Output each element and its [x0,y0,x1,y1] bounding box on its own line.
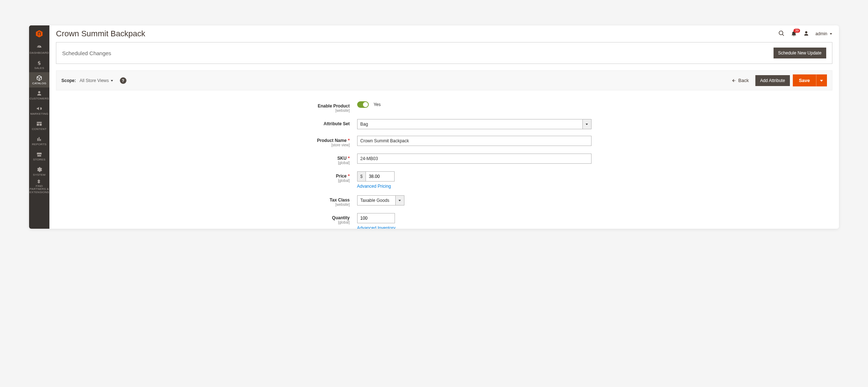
sidebar-item-label: CONTENT [31,128,47,131]
account-icon-button[interactable] [803,30,810,38]
arrow-left-icon [732,78,736,83]
add-attribute-button[interactable]: Add Attribute [755,75,790,86]
tax-class-select[interactable]: Taxable Goods [357,195,404,205]
caret-down-icon [829,32,832,35]
product-name-scope-hint: [store view] [263,143,350,147]
enable-product-value: Yes [374,102,381,107]
caret-down-icon [110,79,113,82]
caret-down-icon [585,123,588,126]
attribute-set-label: Attribute Set [324,121,350,126]
back-label: Back [738,78,749,83]
page-header: Crown Summit Backpack 39 admin [49,25,839,42]
advanced-pricing-link[interactable]: Advanced Pricing [357,184,391,189]
sidebar-item-reports[interactable]: REPORTS [29,133,49,148]
attribute-set-dropdown-button[interactable] [583,119,592,129]
field-tax-class: Tax Class [website] Taxable Goods [263,195,626,207]
content-area: Scheduled Changes Schedule New Update Sc… [49,42,839,229]
required-mark: * [348,156,350,161]
gear-icon [36,166,43,173]
field-product-name: Product Name* [store view] [263,136,626,147]
field-quantity: Quantity [global] Advanced Inventory [263,213,626,229]
bar-chart-icon [36,136,43,142]
tax-class-dropdown-button[interactable] [396,195,404,205]
magento-logo-icon [35,30,43,38]
field-attribute-set: Attribute Set Bag [263,119,626,129]
scope-action-bar: Scope: All Store Views ? Back Add Attrib… [56,70,832,90]
attribute-set-value: Bag [357,119,583,129]
sku-scope-hint: [global] [263,161,350,165]
price-scope-hint: [global] [263,179,350,183]
save-dropdown-button[interactable] [816,74,827,86]
notifications-button[interactable]: 39 [791,30,797,38]
quantity-input[interactable] [357,213,395,223]
field-enable-product: Enable Product [website] Yes [263,101,626,113]
product-name-input[interactable] [357,136,592,146]
price-label: Price [336,174,346,179]
sidebar-item-system[interactable]: SYSTEM [29,164,49,179]
back-button[interactable]: Back [728,76,752,85]
sidebar-item-label: SYSTEM [32,174,46,177]
header-actions: 39 admin [778,30,832,38]
enable-product-toggle[interactable] [357,101,369,108]
sidebar-item-label: DASHBOARD [29,52,49,55]
sidebar-item-label: CUSTOMERS [29,97,50,101]
attribute-set-select[interactable]: Bag [357,119,592,129]
caret-down-icon [820,79,823,82]
sidebar-item-marketing[interactable]: MARKETING [29,103,49,118]
field-price: Price* [global] $ Advanced Pricing [263,171,626,189]
save-button-group: Save [793,74,827,86]
page-title: Crown Summit Backpack [56,29,145,38]
box-icon [36,75,43,81]
person-icon [803,30,810,37]
required-mark: * [348,138,350,143]
sidebar-item-partners[interactable]: FIND PARTNERS & EXTENSIONS [29,179,49,194]
quantity-scope-hint: [global] [263,220,350,224]
sidebar-item-customers[interactable]: CUSTOMERS [29,87,49,103]
enable-product-scope-hint: [website] [263,109,350,113]
scope-help-icon[interactable]: ? [120,77,126,84]
tax-class-value: Taxable Goods [357,195,396,205]
field-sku: SKU* [global] [263,154,626,165]
sidebar-item-label: STORES [32,158,46,162]
sidebar-item-catalog[interactable]: CATALOG [29,72,49,87]
sidebar-item-label: MARKETING [29,113,49,116]
dollar-icon [36,60,43,66]
sku-label: SKU [337,156,346,161]
quantity-label: Quantity [332,215,350,220]
scope-selector[interactable]: All Store Views [80,78,113,83]
user-menu[interactable]: admin [815,31,832,36]
sidebar-item-label: SALES [34,67,45,70]
sku-input[interactable] [357,154,592,164]
save-button[interactable]: Save [793,74,816,86]
product-name-label: Product Name [317,138,346,143]
app-frame: DASHBOARD SALES CATALOG CUSTOMERS MARKET… [29,25,839,229]
megaphone-icon [36,105,43,112]
sidebar-item-content[interactable]: CONTENT [29,118,49,133]
sidebar-item-dashboard[interactable]: DASHBOARD [29,42,49,57]
dashboard-icon [36,44,43,51]
sidebar-item-label: CATALOG [32,82,47,85]
scope-value: All Store Views [80,78,109,83]
price-currency: $ [357,171,366,182]
search-button[interactable] [778,30,785,38]
puzzle-icon [36,179,43,184]
enable-product-label: Enable Product [318,103,350,109]
admin-sidebar: DASHBOARD SALES CATALOG CUSTOMERS MARKET… [29,25,49,229]
magento-logo[interactable] [29,25,49,42]
scope-label: Scope: [61,78,76,83]
notification-count-badge: 39 [794,29,800,33]
main-content: Crown Summit Backpack 39 admin [49,25,839,229]
required-mark: * [348,174,350,179]
user-name: admin [815,31,827,36]
product-form: Enable Product [website] Yes Attribute S… [56,90,832,229]
sidebar-item-sales[interactable]: SALES [29,57,49,72]
price-input[interactable] [366,171,395,182]
store-icon [36,151,43,158]
sidebar-item-stores[interactable]: STORES [29,148,49,164]
sidebar-item-label: REPORTS [31,143,47,146]
schedule-new-update-button[interactable]: Schedule New Update [774,48,826,58]
person-icon [36,90,43,97]
scheduled-changes-panel: Scheduled Changes Schedule New Update [56,42,832,64]
advanced-inventory-link[interactable]: Advanced Inventory [357,225,396,229]
sidebar-item-label: FIND PARTNERS & EXTENSIONS [29,185,50,194]
